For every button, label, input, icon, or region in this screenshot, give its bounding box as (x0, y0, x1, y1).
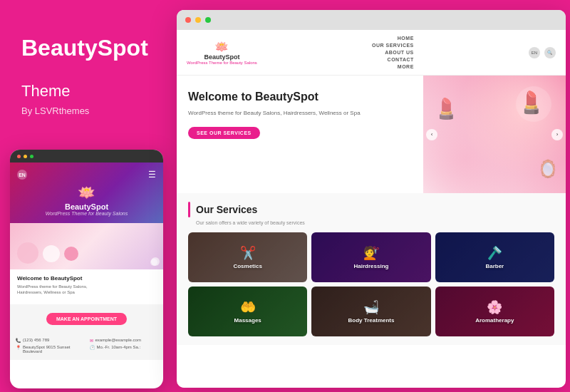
mobile-mockup: EN ☰ 🪷 BeautySpot WordPress Theme for Be… (10, 150, 163, 388)
service-card-cosmetics[interactable]: ✂️ Cosmetics (188, 232, 307, 282)
body-treatments-label: Body Treatments (348, 317, 395, 324)
mobile-header: EN ☰ 🪷 BeautySpot WordPress Theme for Be… (10, 163, 163, 223)
brand-author: By LSVRthemes (21, 105, 89, 116)
services-accent-bar (188, 202, 190, 217)
mobile-phone: 📞 (123) 456 789 (16, 338, 84, 343)
nav-link-contact[interactable]: CONTACT (388, 57, 414, 62)
mobile-hero-image (10, 223, 163, 269)
mobile-hours: 🕐 Mo.-Fr. 10am-4pm Sa.: (90, 345, 158, 354)
service-card-massages[interactable]: 🤲 Massages (188, 287, 307, 336)
massages-icon: 🤲 (234, 299, 261, 315)
mobile-brand-tagline: WordPress Theme for Beauty Salons (17, 211, 156, 216)
cosmetics-icon: ✂️ (233, 245, 261, 261)
desktop-hero-description: WordPress theme for Beauty Salons, Haird… (188, 109, 412, 118)
mobile-lang-badge[interactable]: EN (17, 170, 27, 180)
mobile-welcome-section: Welcome to BeautySpot WordPress theme fo… (10, 269, 163, 304)
aromatherapy-label: Aromatherapy (475, 317, 514, 324)
desktop-dot-green (205, 17, 211, 23)
barber-label: Barber (485, 263, 504, 269)
brand-subtitle: Theme (21, 82, 70, 100)
services-grid: ✂️ Cosmetics 💇 Hairdressing 🪒 Barber (188, 232, 554, 336)
hairdressing-label: Hairdressing (354, 263, 389, 269)
appointment-button[interactable]: MAKE AN APPOINTMENT (46, 313, 127, 325)
desktop-nav-right: EN 🔍 (529, 47, 556, 58)
desktop-hero: Welcome to BeautySpot WordPress theme fo… (177, 76, 566, 193)
mobile-dot-green (30, 155, 33, 158)
service-content-massages: 🤲 Massages (234, 299, 261, 324)
mobile-hamburger-icon[interactable]: ☰ (148, 170, 156, 180)
desktop-services-section: Our Services Our salon offers a wide var… (177, 193, 566, 345)
brand-title: BeautySpot (21, 36, 148, 61)
hero-prev-button[interactable]: ‹ (426, 129, 437, 140)
nav-link-about[interactable]: ABOUT US (385, 50, 414, 55)
service-content-hairdressing: 💇 Hairdressing (354, 245, 389, 269)
hairdressing-icon: 💇 (354, 245, 389, 261)
service-card-aromatherapy[interactable]: 🌸 Aromatherapy (435, 287, 554, 336)
mobile-address: 📍 BeautySpot 9015 Sunset Boulevard (16, 345, 84, 354)
hero-next-button[interactable]: › (551, 129, 563, 140)
desktop-search-icon[interactable]: 🔍 (544, 47, 556, 58)
mobile-dot-yellow (24, 155, 27, 158)
aromatherapy-icon: 🌸 (475, 299, 514, 315)
barber-icon: 🪒 (485, 245, 504, 261)
desktop-hero-title: Welcome to BeautySpot (188, 90, 412, 103)
nav-link-more[interactable]: MORE (398, 64, 414, 69)
service-card-barber[interactable]: 🪒 Barber (435, 232, 554, 282)
desktop-hero-image: 💄 🪞 ‹ › (423, 76, 566, 193)
cosmetics-label: Cosmetics (233, 263, 261, 269)
desktop-nav-links: HOME OUR SERVICES ABOUT US CONTACT MORE (372, 36, 414, 69)
mobile-dot-red (17, 155, 21, 158)
mobile-email: ✉ example@example.com (90, 338, 158, 343)
appointment-section: MAKE AN APPOINTMENT (10, 304, 163, 334)
mobile-welcome-text: Welcome to BeautySpot (17, 275, 156, 282)
mobile-contact-section: 📞 (123) 456 789 ✉ example@example.com 📍 … (10, 334, 163, 360)
desktop-top-bar (177, 10, 566, 30)
desktop-hero-text: Welcome to BeautySpot WordPress theme fo… (177, 76, 423, 193)
desktop-mockup: 🪷 BeautySpot WordPress Theme for Beauty … (177, 10, 566, 388)
desktop-logo: 🪷 BeautySpot WordPress Theme for Beauty … (187, 40, 257, 65)
mobile-top-bar (10, 150, 163, 163)
nav-link-home[interactable]: HOME (398, 36, 414, 41)
services-title: Our Services (196, 204, 257, 215)
service-content-cosmetics: ✂️ Cosmetics (233, 245, 261, 269)
service-content-aromatherapy: 🌸 Aromatherapy (475, 299, 514, 324)
desktop-lang-badge[interactable]: EN (529, 47, 540, 58)
services-header: Our Services (188, 202, 554, 217)
massages-label: Massages (234, 317, 261, 324)
desktop-dot-red (185, 17, 191, 23)
desktop-logo-tagline: WordPress Theme for Beauty Salons (187, 61, 257, 65)
nav-link-services[interactable]: OUR SERVICES (372, 43, 414, 48)
service-content-barber: 🪒 Barber (485, 245, 504, 269)
desktop-logo-name: BeautySpot (204, 53, 239, 61)
body-treatments-icon: 🛁 (348, 299, 395, 315)
desktop-dot-yellow (195, 17, 201, 23)
hero-cosmetics-visual: 💄 🪞 (423, 76, 566, 193)
services-subtitle: Our salon offers a wide variety of beaut… (188, 220, 554, 225)
service-card-hairdressing[interactable]: 💇 Hairdressing (311, 232, 430, 282)
mobile-lotus-icon: 🪷 (17, 184, 156, 201)
desktop-nav: 🪷 BeautySpot WordPress Theme for Beauty … (177, 30, 566, 76)
mobile-brand-name: BeautySpot (17, 202, 156, 211)
desktop-lotus-icon: 🪷 (214, 40, 229, 53)
desktop-hero-cta[interactable]: SEE OUR SERVICES (188, 127, 260, 139)
service-content-body: 🛁 Body Treatments (348, 299, 395, 324)
service-card-body-treatments[interactable]: 🛁 Body Treatments (311, 287, 430, 336)
